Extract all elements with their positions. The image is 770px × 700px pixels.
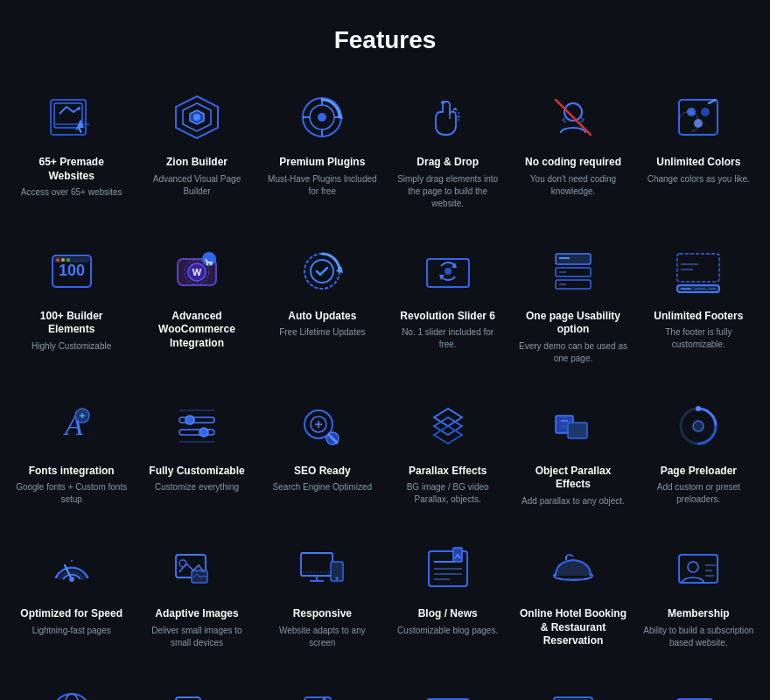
svg-point-24	[56, 258, 60, 262]
premium-plugins-desc: Must-Have Plugins Included for free	[267, 173, 378, 198]
svg-point-87	[179, 560, 186, 567]
seo-ready-title: SEO Ready	[294, 465, 351, 479]
auto-updates-desc: Free Lifetime Updates	[279, 326, 365, 339]
responsive-icon	[292, 539, 352, 598]
svg-point-2	[77, 107, 80, 110]
fully-customizable-desc: Customize everything	[155, 481, 239, 494]
one-page-desc: Every demo can be used as one page.	[517, 340, 628, 365]
feature-translation: A Translation Ready	[134, 668, 259, 700]
feature-fonts: A Fonts integration Google fonts + Custo…	[9, 381, 134, 523]
feature-revolution-slider: Revolution Slider 6 No. 1 slider include…	[385, 226, 510, 381]
svg-line-16	[556, 100, 591, 135]
feature-parallax: Parallax Effects BG image / BG video Par…	[385, 381, 510, 523]
speed-icon	[42, 539, 102, 598]
seo-ready-icon	[292, 396, 352, 456]
no-coding-desc: You don't need coding knowledge.	[517, 173, 628, 198]
zion-builder-icon	[167, 88, 227, 147]
svg-rect-74	[568, 423, 587, 438]
zion-builder-desc: Advanced Visual Page Builder	[141, 173, 252, 198]
feature-builder-elements: 100 100+ Builder Elements Highly Customi…	[9, 226, 134, 381]
revolution-slider-icon	[418, 242, 478, 301]
svg-point-19	[701, 108, 710, 116]
svg-point-104	[688, 562, 698, 572]
import-export-icon	[292, 683, 352, 700]
feature-auto-updates: Auto Updates Free Lifetime Updates	[260, 226, 385, 381]
adaptive-images-title: Adaptive Images	[155, 607, 238, 621]
drag-drop-desc: Simply drag elements into the page to bu…	[392, 173, 503, 210]
adaptive-images-icon	[167, 539, 227, 598]
svg-point-40	[444, 268, 452, 275]
feature-drag-drop: Drag & Drop Simply drag elements into th…	[385, 72, 510, 226]
video-tutorials-icon	[668, 683, 728, 700]
svg-rect-47	[677, 254, 719, 282]
svg-point-25	[61, 258, 65, 262]
feature-blog-news: Blog / News Customizable blog pages.	[385, 523, 510, 668]
speed-title: Optimized for Speed	[20, 607, 122, 621]
premade-websites-desc: Access over 65+ websites	[21, 186, 122, 199]
parallax-icon	[418, 396, 478, 456]
feature-contact-form: Contact form Contact forms are easy with…	[385, 668, 510, 700]
unlimited-footers-title: Unlimited Footers	[654, 310, 743, 324]
fonts-title: Fonts integration	[29, 465, 115, 479]
svg-point-78	[693, 421, 704, 431]
speed-desc: Lightning-fast pages	[32, 625, 111, 637]
object-parallax-title: Object Parallax Effects	[517, 465, 628, 492]
blog-news-title: Blog / News	[418, 607, 478, 621]
fonts-desc: Google fonts + Custom fonts setup	[16, 481, 127, 506]
responsive-title: Responsive	[293, 607, 352, 621]
svg-text:W: W	[192, 267, 202, 277]
premade-websites-icon	[42, 88, 102, 147]
wpml-icon	[42, 683, 102, 700]
feature-import-export: Import / Export Elements,sections or ful…	[260, 668, 385, 700]
svg-rect-58	[179, 417, 214, 423]
one-page-icon	[543, 242, 603, 301]
parallax-desc: BG image / BG video Parallax, objects.	[392, 481, 503, 506]
adaptive-images-desc: Deliver small images to small devices	[141, 625, 252, 649]
preloader-title: Page Preloader	[661, 465, 737, 479]
parallax-title: Parallax Effects	[409, 465, 486, 479]
feature-object-parallax: Object Parallax Effects Add parallax to …	[510, 381, 635, 523]
feature-membership: Membership Ability to build a subscripti…	[636, 523, 761, 668]
hotel-booking-title: Online Hotel Booking & Restaurant Reserv…	[517, 607, 628, 648]
features-grid: 65+ Premade Websites Access over 65+ web…	[0, 72, 770, 700]
contact-form-icon	[418, 683, 478, 700]
svg-text:100: 100	[59, 262, 85, 279]
unlimited-footers-desc: The footer is fully customizable.	[643, 326, 754, 351]
membership-icon	[668, 539, 728, 598]
blog-news-icon	[418, 539, 478, 598]
membership-title: Membership	[668, 607, 730, 621]
feature-seo-ready: SEO Ready Search Engine Optimized	[260, 381, 385, 523]
feature-no-coding: No coding required You don't need coding…	[510, 72, 635, 226]
feature-speed: Optimized for Speed Lightning-fast pages	[9, 523, 134, 668]
feature-premade-websites: 65+ Premade Websites Access over 65+ web…	[9, 72, 134, 226]
unlimited-colors-icon	[668, 88, 728, 147]
svg-point-32	[206, 263, 208, 265]
feature-premium-plugins: Premium Plugins Must-Have Plugins Includ…	[260, 72, 385, 226]
premium-plugins-title: Premium Plugins	[279, 156, 365, 170]
svg-point-81	[69, 577, 74, 582]
drag-drop-icon	[418, 88, 478, 147]
unlimited-colors-desc: Change colors as you like.	[648, 173, 750, 186]
builder-elements-desc: Highly Customizable	[32, 340, 111, 353]
feature-unlimited-colors: Unlimited Colors Change colors as you li…	[636, 72, 761, 226]
no-coding-title: No coding required	[525, 156, 621, 170]
auto-updates-title: Auto Updates	[288, 310, 356, 324]
builder-elements-title: 100+ Builder Elements	[16, 310, 127, 337]
feature-wpml: WPML Ready Display your website in any l…	[9, 668, 134, 700]
svg-point-9	[318, 113, 326, 122]
premium-plugins-icon	[292, 88, 352, 147]
svg-point-6	[193, 114, 200, 121]
no-coding-icon	[543, 88, 603, 147]
svg-point-92	[336, 577, 339, 579]
woocommerce-title: Advanced WooCommerce Integration	[141, 310, 252, 351]
clean-coded-icon: </>	[543, 683, 603, 700]
one-page-title: One page Usability option	[517, 310, 628, 337]
svg-point-79	[696, 406, 701, 411]
unlimited-colors-title: Unlimited Colors	[656, 156, 740, 170]
page-title: Features	[0, 0, 770, 72]
seo-ready-desc: Search Engine Optimized	[273, 481, 372, 494]
hotel-booking-icon	[543, 539, 603, 598]
feature-hotel-booking: Online Hotel Booking & Restaurant Reserv…	[510, 523, 635, 668]
feature-woocommerce: W Advanced WooCommerce Integration	[134, 226, 259, 381]
feature-fully-customizable: Fully Customizable Customize everything	[134, 381, 259, 523]
